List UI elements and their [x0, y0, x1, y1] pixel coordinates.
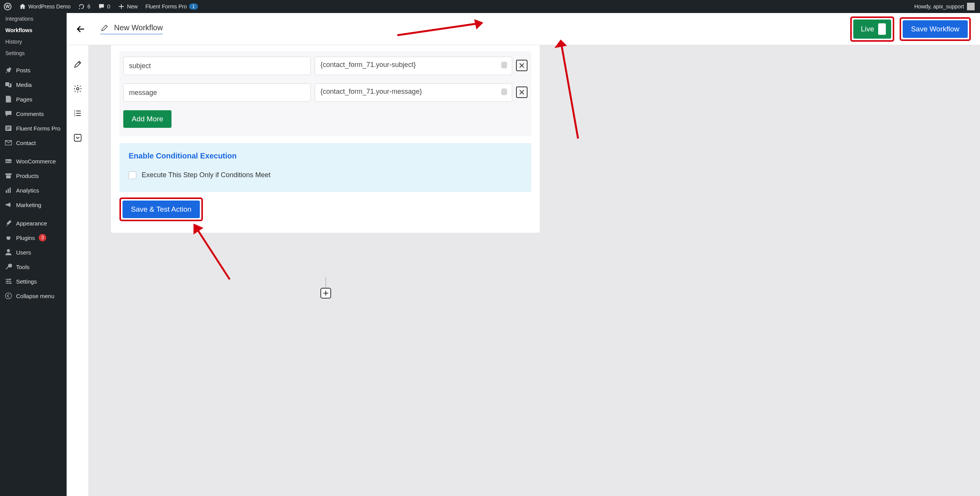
field-value-input[interactable]: {contact_form_71.your-message} — [315, 83, 512, 102]
back-button[interactable] — [76, 24, 86, 34]
site-name-menu[interactable]: WordPress Demo — [15, 0, 74, 13]
comment-icon — [98, 3, 105, 10]
sidebar-item-marketing[interactable]: Marketing — [0, 197, 67, 212]
conditional-title: Enable Conditional Execution — [129, 152, 522, 160]
plus-icon — [322, 290, 329, 297]
x-icon — [518, 62, 525, 69]
svg-line-20 — [397, 23, 482, 35]
tool-expand[interactable] — [72, 132, 83, 143]
new-label: New — [127, 3, 138, 10]
database-icon[interactable] — [500, 88, 508, 96]
conditional-execution-box: Enable Conditional Execution Execute Thi… — [119, 143, 531, 192]
comments-menu[interactable]: 0 — [94, 0, 114, 13]
wp-logo-menu[interactable]: W — [0, 0, 15, 13]
home-icon — [19, 3, 26, 10]
annotation-highlight-test: Save & Test Action — [119, 197, 203, 221]
tool-edit[interactable] — [72, 59, 83, 70]
sidebar-item-admin-settings[interactable]: Settings — [0, 274, 67, 289]
sidebar-item-comments[interactable]: Comments — [0, 106, 67, 121]
form-icon — [5, 124, 12, 132]
sidebar-item-plugins[interactable]: Plugins3 — [0, 230, 67, 245]
field-value-input[interactable]: {contact_form_71.your-subject} — [315, 57, 512, 75]
fluent-forms-menu[interactable]: Fluent Forms Pro1 — [142, 0, 202, 13]
list-icon: 123 — [73, 109, 82, 118]
sidebar-item-settings[interactable]: Settings — [0, 47, 67, 59]
svg-rect-4 — [6, 175, 11, 178]
x-icon — [518, 89, 525, 96]
database-icon[interactable] — [500, 61, 508, 70]
svg-rect-6 — [8, 189, 9, 193]
wrench-icon — [5, 263, 12, 271]
svg-rect-5 — [6, 190, 7, 193]
svg-point-12 — [5, 293, 11, 299]
sidebar-item-fluent-forms[interactable]: Fluent Forms Pro — [0, 121, 67, 135]
svg-line-22 — [561, 41, 578, 139]
account-menu[interactable]: Howdy, apix_support — [914, 3, 980, 10]
toggle-handle — [878, 23, 886, 35]
svg-point-13 — [77, 88, 79, 90]
svg-rect-3 — [5, 173, 11, 175]
field-mapping-area: {contact_form_71.your-subject} {contact_… — [119, 51, 531, 136]
wp-admin-bar: W WordPress Demo 6 0 New Fluent Forms Pr… — [0, 0, 980, 13]
sidebar-item-posts[interactable]: Posts — [0, 63, 67, 77]
annotation-arrow-to-save — [551, 35, 590, 144]
sidebar-item-woocommerce[interactable]: WooWooCommerce — [0, 154, 67, 168]
collapse-menu[interactable]: Collapse menu — [0, 289, 67, 303]
sidebar-item-history[interactable]: History — [0, 36, 67, 47]
svg-rect-7 — [10, 188, 11, 193]
field-key-input[interactable] — [123, 83, 311, 102]
workflow-title-wrap[interactable]: New Workflow — [100, 23, 163, 34]
delete-row-button[interactable] — [516, 86, 528, 98]
live-toggle-button[interactable]: Live — [853, 20, 891, 39]
workflow-step-card: {contact_form_71.your-subject} {contact_… — [111, 45, 540, 233]
svg-marker-25 — [194, 225, 201, 233]
svg-marker-21 — [475, 21, 482, 28]
add-step-button[interactable] — [320, 288, 331, 299]
sidebar-item-analytics[interactable]: Analytics — [0, 183, 67, 197]
sidebar-item-tools[interactable]: Tools — [0, 259, 67, 274]
svg-point-8 — [7, 249, 10, 252]
chevron-down-box-icon — [73, 133, 82, 142]
products-icon — [5, 172, 12, 179]
workflow-topbar: New Workflow Live Save Workflow — [67, 13, 980, 45]
tool-settings[interactable] — [72, 83, 83, 94]
comments-count: 0 — [107, 3, 110, 10]
svg-point-11 — [10, 282, 11, 284]
comments-icon — [5, 110, 12, 117]
collapse-icon — [5, 292, 12, 300]
updates-icon — [78, 3, 85, 10]
updates-menu[interactable]: 6 — [74, 0, 94, 13]
conditional-checkbox-label[interactable]: Execute This Step Only if Conditions Mee… — [129, 171, 522, 179]
tool-list[interactable]: 123 — [72, 108, 83, 119]
sidebar-item-contact[interactable]: Contact — [0, 135, 67, 150]
annotation-arrow-to-live — [394, 16, 493, 41]
sidebar-item-appearance[interactable]: Appearance — [0, 216, 67, 230]
workflow-title: New Workflow — [114, 23, 163, 32]
sidebar-item-integrations[interactable]: Integrations — [0, 13, 67, 24]
pin-icon — [5, 66, 12, 74]
step-connector-line — [325, 277, 326, 288]
sliders-icon — [5, 277, 12, 285]
workflow-tool-sidebar: 123 — [67, 13, 89, 496]
save-workflow-button[interactable]: Save Workflow — [903, 20, 968, 38]
sidebar-item-products[interactable]: Products — [0, 168, 67, 183]
field-key-input[interactable] — [123, 57, 311, 75]
user-icon — [5, 248, 12, 256]
fluent-label: Fluent Forms Pro — [145, 3, 187, 10]
fluent-badge: 1 — [189, 3, 198, 10]
new-content-menu[interactable]: New — [114, 0, 142, 13]
sidebar-item-workflows[interactable]: Workflows — [0, 24, 67, 36]
checkbox[interactable] — [129, 171, 136, 179]
analytics-icon — [5, 186, 12, 194]
site-name: WordPress Demo — [28, 3, 70, 10]
wordpress-icon: W — [4, 3, 11, 10]
sidebar-item-users[interactable]: Users — [0, 245, 67, 259]
save-test-action-button[interactable]: Save & Test Action — [122, 201, 200, 218]
sidebar-item-media[interactable]: Media — [0, 77, 67, 92]
gear-icon — [73, 84, 82, 93]
pencil-icon — [100, 24, 109, 32]
add-more-button[interactable]: Add More — [123, 110, 172, 128]
sidebar-item-pages[interactable]: Pages — [0, 92, 67, 106]
delete-row-button[interactable] — [516, 60, 528, 71]
svg-line-24 — [194, 225, 230, 279]
